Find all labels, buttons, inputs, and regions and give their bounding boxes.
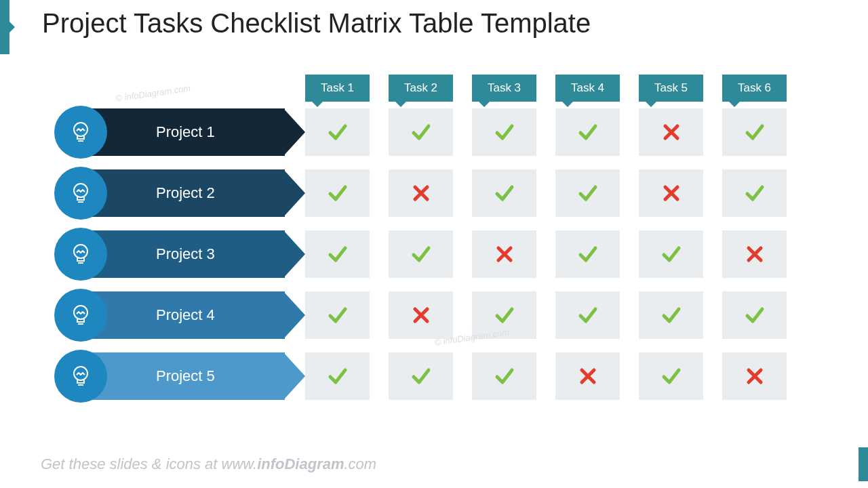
project-label: Project 3 xyxy=(81,230,285,278)
check-icon xyxy=(493,365,516,388)
cell-4-6 xyxy=(722,291,787,339)
check-icon xyxy=(743,304,766,327)
cell-3-5 xyxy=(639,230,703,278)
footer-bold: infoDiagram xyxy=(257,455,344,472)
accent-bottom-right xyxy=(859,447,868,481)
check-icon xyxy=(326,121,349,144)
project-label: Project 4 xyxy=(81,291,285,339)
cell-1-4 xyxy=(555,108,620,156)
cell-3-4 xyxy=(555,230,620,278)
project-row-4: Project 4 xyxy=(54,291,814,339)
check-icon xyxy=(410,243,433,266)
task-header-6: Task 6 xyxy=(722,75,787,102)
cross-icon xyxy=(661,183,682,203)
task-header-4: Task 4 xyxy=(555,75,620,102)
cell-2-2 xyxy=(389,169,453,217)
cross-icon xyxy=(578,366,598,386)
project-row-5: Project 5 xyxy=(54,352,814,400)
svg-point-4 xyxy=(74,367,87,380)
svg-point-3 xyxy=(74,306,87,319)
cells xyxy=(305,169,787,217)
cell-5-2 xyxy=(389,352,453,400)
cell-4-2 xyxy=(389,291,453,339)
lightbulb-icon xyxy=(54,106,107,159)
arrow-head xyxy=(283,230,305,278)
check-icon xyxy=(660,365,683,388)
task-header-5: Task 5 xyxy=(639,75,703,102)
project-label-wrap: Project 5 xyxy=(54,352,305,400)
footer-pre: Get these slides & icons at www. xyxy=(41,455,257,472)
cell-5-5 xyxy=(639,352,703,400)
cell-5-1 xyxy=(305,352,370,400)
footer-text: Get these slides & icons at www.infoDiag… xyxy=(41,455,376,473)
cell-2-3 xyxy=(472,169,536,217)
cells xyxy=(305,108,787,156)
cell-2-4 xyxy=(555,169,620,217)
lightbulb-icon xyxy=(54,167,107,220)
cell-3-2 xyxy=(389,230,453,278)
check-icon xyxy=(493,121,516,144)
cross-icon xyxy=(661,122,682,142)
check-icon xyxy=(326,304,349,327)
cell-1-6 xyxy=(722,108,787,156)
cross-icon xyxy=(745,244,765,264)
cell-4-1 xyxy=(305,291,370,339)
project-label-wrap: Project 4 xyxy=(54,291,305,339)
project-label-wrap: Project 1 xyxy=(54,108,305,156)
project-row-2: Project 2 xyxy=(54,169,814,217)
cell-1-1 xyxy=(305,108,370,156)
svg-point-2 xyxy=(74,245,87,258)
cross-icon xyxy=(494,244,515,264)
cell-4-3 xyxy=(472,291,536,339)
cells xyxy=(305,230,787,278)
cell-5-3 xyxy=(472,352,536,400)
project-row-3: Project 3 xyxy=(54,230,814,278)
check-icon xyxy=(743,182,766,205)
arrow-head xyxy=(283,291,305,339)
arrow-head xyxy=(283,108,305,156)
lightbulb-icon xyxy=(54,228,107,281)
check-icon xyxy=(743,121,766,144)
cross-icon xyxy=(745,366,765,386)
cell-3-3 xyxy=(472,230,536,278)
check-icon xyxy=(660,243,683,266)
footer-post: .com xyxy=(344,455,377,472)
lightbulb-icon xyxy=(54,289,107,342)
matrix-table: Task 1Task 2Task 3Task 4Task 5Task 6 Pro… xyxy=(54,75,814,413)
check-icon xyxy=(576,243,599,266)
slide: Project Tasks Checklist Matrix Table Tem… xyxy=(0,0,868,488)
check-icon xyxy=(493,304,516,327)
cell-3-6 xyxy=(722,230,787,278)
page-title: Project Tasks Checklist Matrix Table Tem… xyxy=(42,8,591,39)
task-header-2: Task 2 xyxy=(389,75,453,102)
cell-1-5 xyxy=(639,108,703,156)
project-label-wrap: Project 2 xyxy=(54,169,305,217)
cells xyxy=(305,352,787,400)
check-icon xyxy=(410,365,433,388)
task-header-3: Task 3 xyxy=(472,75,536,102)
check-icon xyxy=(493,182,516,205)
cell-4-4 xyxy=(555,291,620,339)
check-icon xyxy=(326,182,349,205)
task-header-1: Task 1 xyxy=(305,75,370,102)
cell-1-3 xyxy=(472,108,536,156)
project-label: Project 1 xyxy=(81,108,285,156)
check-icon xyxy=(410,121,433,144)
cell-3-1 xyxy=(305,230,370,278)
project-row-1: Project 1 xyxy=(54,108,814,156)
check-icon xyxy=(660,304,683,327)
arrow-head xyxy=(283,352,305,400)
cell-4-5 xyxy=(639,291,703,339)
project-label-wrap: Project 3 xyxy=(54,230,305,278)
cell-2-6 xyxy=(722,169,787,217)
cross-icon xyxy=(411,183,431,203)
svg-point-1 xyxy=(74,184,87,197)
check-icon xyxy=(326,243,349,266)
svg-point-0 xyxy=(74,123,87,136)
cell-5-4 xyxy=(555,352,620,400)
lightbulb-icon xyxy=(54,350,107,403)
matrix-rows: Project 1Project 2Project 3Project 4Proj… xyxy=(54,108,814,400)
task-header-row: Task 1Task 2Task 3Task 4Task 5Task 6 xyxy=(305,75,814,102)
cell-5-6 xyxy=(722,352,787,400)
cell-2-1 xyxy=(305,169,370,217)
